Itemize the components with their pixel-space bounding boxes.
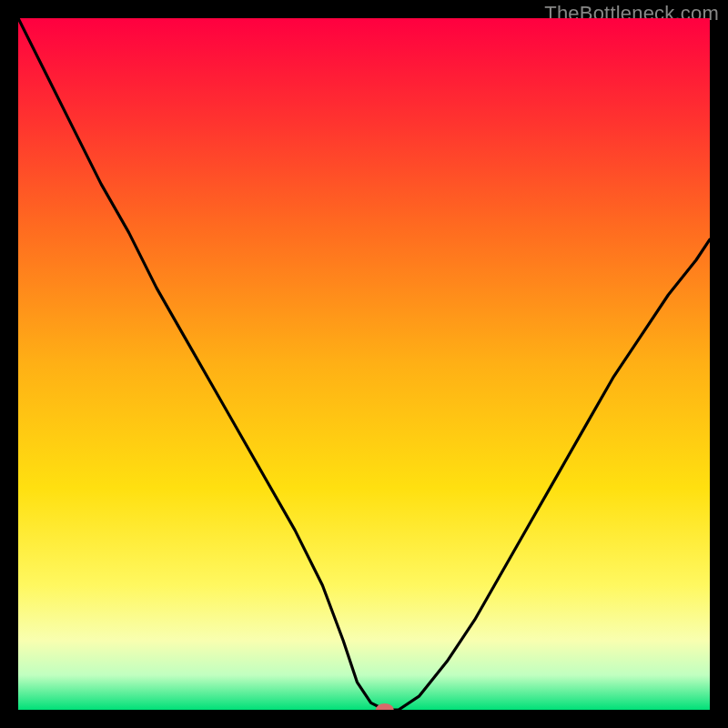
bottleneck-chart — [18, 18, 710, 710]
gradient-background — [18, 18, 710, 710]
chart-frame: TheBottleneck.com — [0, 0, 728, 728]
